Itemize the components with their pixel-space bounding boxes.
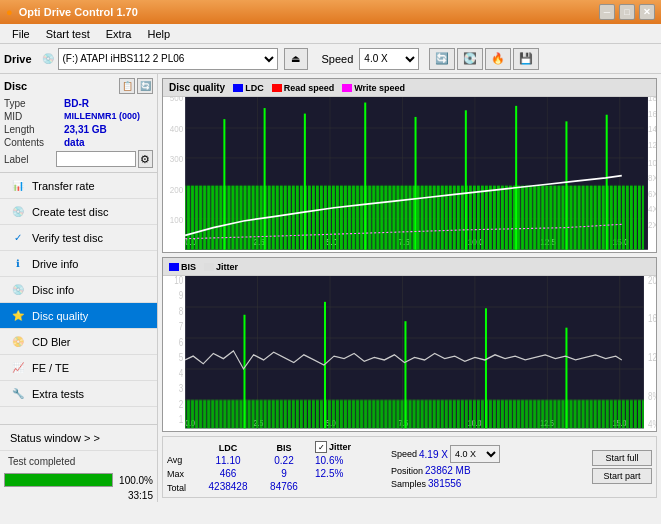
drive-bar: Drive 💿 (F:) ATAPI iHBS112 2 PL06 ⏏ Spee… — [0, 44, 661, 74]
nav-extra-tests[interactable]: 🔧 Extra tests — [0, 381, 157, 407]
total-label: Total — [167, 483, 197, 495]
svg-rect-38 — [415, 117, 417, 250]
svg-text:4%: 4% — [648, 419, 656, 430]
chart1-svg: 500 400 300 200 100 18X 16X 14X 12X 10X … — [163, 97, 656, 252]
drive-info-icon: ℹ — [10, 256, 26, 272]
position-value: 23862 MB — [425, 465, 471, 476]
menu-extra[interactable]: Extra — [98, 26, 140, 42]
avg-ldc: 11.10 — [215, 455, 240, 466]
status-text: Test completed — [4, 456, 79, 469]
svg-text:2X: 2X — [648, 219, 656, 229]
jitter-col: ✓ Jitter 10.6% 12.5% — [315, 441, 385, 493]
menu-help[interactable]: Help — [139, 26, 178, 42]
burn-button[interactable]: 🔥 — [485, 48, 511, 70]
max-jitter: 12.5% — [315, 468, 385, 479]
menu-start-test[interactable]: Start test — [38, 26, 98, 42]
speed-select-stats[interactable]: 4.0 X — [450, 445, 500, 463]
svg-text:4X: 4X — [648, 204, 656, 214]
nav-disc-info[interactable]: 💿 Disc info — [0, 277, 157, 303]
disc-mid-row: MID MILLENMR1 (000) — [4, 111, 153, 122]
bis-legend: BIS — [169, 262, 196, 272]
drive-select[interactable]: (F:) ATAPI iHBS112 2 PL06 — [58, 48, 278, 70]
save-button[interactable]: 💾 — [513, 48, 539, 70]
svg-text:20%: 20% — [648, 276, 656, 286]
disc-button[interactable]: 💽 — [457, 48, 483, 70]
samples-value: 381556 — [428, 478, 461, 489]
svg-rect-81 — [485, 308, 487, 428]
verify-test-disc-icon: ✓ — [10, 230, 26, 246]
minimize-button[interactable]: ─ — [599, 4, 615, 20]
svg-text:10: 10 — [174, 276, 183, 286]
disc-refresh-button[interactable]: 🔄 — [137, 78, 153, 94]
chart2-panel: BIS Jitter — [162, 257, 657, 432]
jitter-legend: Jitter — [204, 262, 238, 272]
jitter-col-header: Jitter — [329, 442, 351, 452]
nav-cd-bler[interactable]: 📀 CD Bler — [0, 329, 157, 355]
nav-transfer-rate-label: Transfer rate — [32, 180, 95, 192]
speed-row: Speed 4.19 X 4.0 X — [391, 445, 500, 463]
disc-contents-value: data — [64, 137, 85, 148]
speed-label: Speed — [322, 53, 354, 65]
disc-label-button[interactable]: ⚙ — [138, 150, 153, 168]
disc-contents-row: Contents data — [4, 137, 153, 148]
disc-label-input[interactable] — [56, 151, 136, 167]
nav-drive-info-label: Drive info — [32, 258, 78, 270]
menu-file[interactable]: File — [4, 26, 38, 42]
start-full-button[interactable]: Start full — [592, 450, 652, 466]
refresh-button[interactable]: 🔄 — [429, 48, 455, 70]
svg-text:4: 4 — [179, 368, 183, 379]
speed-value: 4.19 X — [419, 449, 448, 460]
maximize-button[interactable]: □ — [619, 4, 635, 20]
svg-text:8%: 8% — [648, 391, 656, 402]
ldc-legend-color — [233, 84, 243, 92]
disc-length-label: Length — [4, 124, 64, 135]
read-speed-legend-color — [272, 84, 282, 92]
eject-button[interactable]: ⏏ — [284, 48, 308, 70]
max-ldc: 466 — [220, 468, 237, 479]
disc-mid-label: MID — [4, 111, 64, 122]
progress-area: Test completed — [0, 451, 157, 473]
svg-text:6: 6 — [179, 337, 183, 348]
speed-select[interactable]: 4.0 X — [359, 48, 419, 70]
bis-col: BIS 0.22 9 84766 — [259, 443, 309, 492]
svg-text:400: 400 — [170, 124, 184, 134]
progress-bar-outer — [4, 473, 113, 487]
svg-text:300: 300 — [170, 154, 184, 164]
svg-rect-78 — [243, 315, 245, 429]
nav-verify-test-disc[interactable]: ✓ Verify test disc — [0, 225, 157, 251]
nav-fe-te[interactable]: 📈 FE / TE — [0, 355, 157, 381]
svg-text:6X: 6X — [648, 188, 656, 198]
nav-create-test-disc[interactable]: 💿 Create test disc — [0, 199, 157, 225]
jitter-checkbox[interactable]: ✓ — [315, 441, 327, 453]
progress-bar-inner — [5, 474, 112, 486]
svg-rect-37 — [364, 103, 366, 250]
svg-rect-33 — [185, 97, 644, 250]
svg-text:5: 5 — [179, 352, 183, 363]
time-display: 33:15 — [0, 489, 157, 502]
start-part-button[interactable]: Start part — [592, 468, 652, 484]
max-label: Max — [167, 469, 197, 481]
read-speed-legend-label: Read speed — [284, 83, 335, 93]
total-bis: 84766 — [270, 481, 298, 492]
samples-row: Samples 381556 — [391, 478, 500, 489]
svg-text:8X: 8X — [648, 173, 656, 183]
nav-drive-info[interactable]: ℹ Drive info — [0, 251, 157, 277]
drive-icon: 💿 — [42, 53, 54, 64]
close-button[interactable]: ✕ — [639, 4, 655, 20]
status-window-button[interactable]: Status window > > — [0, 425, 157, 451]
avg-jitter: 10.6% — [315, 455, 385, 466]
speed-col: Speed 4.19 X 4.0 X Position 23862 MB Sam… — [391, 445, 500, 489]
nav-transfer-rate[interactable]: 📊 Transfer rate — [0, 173, 157, 199]
svg-text:100: 100 — [170, 215, 184, 225]
stats-row-labels: Avg Max Total — [167, 439, 197, 495]
svg-rect-41 — [565, 121, 567, 249]
write-speed-legend-color — [342, 84, 352, 92]
svg-text:500: 500 — [170, 97, 184, 104]
write-speed-legend: Write speed — [342, 83, 405, 93]
nav-disc-quality[interactable]: ⭐ Disc quality — [0, 303, 157, 329]
transfer-rate-icon: 📊 — [10, 178, 26, 194]
avg-bis: 0.22 — [274, 455, 293, 466]
nav-extra-tests-label: Extra tests — [32, 388, 84, 400]
disc-copy-button[interactable]: 📋 — [119, 78, 135, 94]
bis-legend-label: BIS — [181, 262, 196, 272]
